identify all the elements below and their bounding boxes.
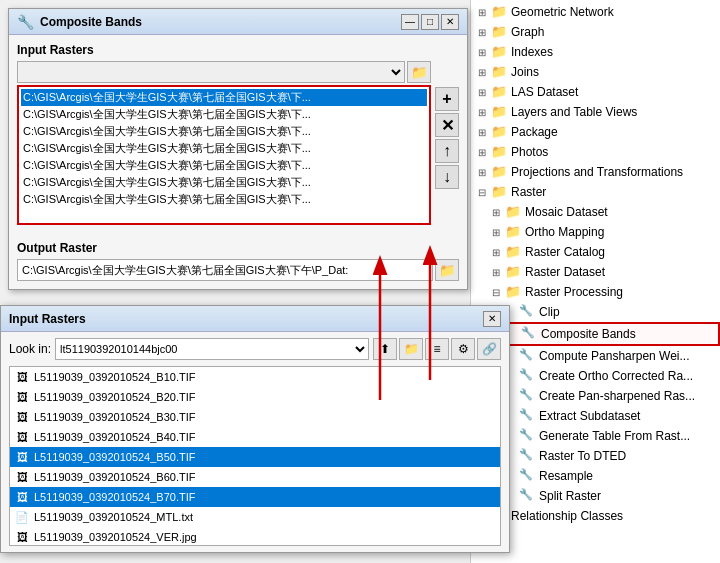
file-list-item[interactable]: 🖼L5119039_0392010524_B60.TIF [10, 467, 500, 487]
expand-icon: ⊞ [475, 65, 489, 79]
file-icon: 📄 [14, 509, 30, 525]
file-icon: 🖼 [14, 529, 30, 545]
tree-item-label: Compute Pansharpen Wei... [539, 349, 690, 363]
folder-icon: 📁 [491, 84, 507, 100]
file-list-item[interactable]: 🖼L5119039_0392010524_B10.TIF [10, 367, 500, 387]
raster-list-item[interactable]: C:\GIS\Arcgis\全国大学生GIS大赛\第七届全国GIS大赛\下... [21, 174, 427, 191]
file-icon: 🖼 [14, 469, 30, 485]
file-list-item[interactable]: 🖼L5119039_0392010524_B20.TIF [10, 387, 500, 407]
tree-item-label: Relationship Classes [511, 509, 623, 523]
expand-icon: ⊞ [475, 145, 489, 159]
tree-item-label: Geometric Network [511, 5, 614, 19]
tree-item-label: Indexes [511, 45, 553, 59]
move-down-button[interactable]: ↓ [435, 165, 459, 189]
folder-icon: 📁 [505, 204, 521, 220]
dialog-icon: 🔧 [17, 14, 34, 30]
tree-item-las-dataset[interactable]: ⊞📁LAS Dataset [471, 82, 720, 102]
nav-options-button[interactable]: ⚙ [451, 338, 475, 360]
expand-icon: ⊟ [475, 185, 489, 199]
file-list-item[interactable]: 🖼L5119039_0392010524_VER.jpg [10, 527, 500, 546]
tree-item-raster-processing[interactable]: ⊟📁Raster Processing [471, 282, 720, 302]
composite-bands-titlebar: 🔧 Composite Bands — □ ✕ [9, 9, 467, 35]
raster-list-item[interactable]: C:\GIS\Arcgis\全国大学生GIS大赛\第七届全国GIS大赛\下... [21, 106, 427, 123]
raster-list-item[interactable]: C:\GIS\Arcgis\全国大学生GIS大赛\第七届全国GIS大赛\下... [21, 123, 427, 140]
expand-icon: ⊞ [489, 225, 503, 239]
tree-item-graph[interactable]: ⊞📁Graph [471, 22, 720, 42]
output-raster-input[interactable]: C:\GIS\Arcgis\全国大学生GIS大赛\第七届全国GIS大赛\下午\P… [17, 259, 433, 281]
file-dialog: Input Rasters ✕ Look in: lt5119039201014… [0, 305, 510, 553]
input-rasters-select[interactable] [17, 61, 405, 83]
file-list-item[interactable]: 🖼L5119039_0392010524_B30.TIF [10, 407, 500, 427]
file-icon: 🖼 [14, 489, 30, 505]
input-rasters-label: Input Rasters [17, 43, 459, 57]
tree-item-joins[interactable]: ⊞📁Joins [471, 62, 720, 82]
tree-item-label: Package [511, 125, 558, 139]
raster-list-item[interactable]: C:\GIS\Arcgis\全国大学生GIS大赛\第七届全国GIS大赛\下... [21, 140, 427, 157]
tree-item-label: Split Raster [539, 489, 601, 503]
nav-extra-button[interactable]: 🔗 [477, 338, 501, 360]
file-dialog-title: Input Rasters [9, 312, 86, 326]
remove-button[interactable]: ✕ [435, 113, 459, 137]
nav-new-folder-button[interactable]: 📁 [399, 338, 423, 360]
tree-item-indexes[interactable]: ⊞📁Indexes [471, 42, 720, 62]
file-list-item[interactable]: 🖼L5119039_0392010524_B70.TIF [10, 487, 500, 507]
tree-item-mosaic-dataset[interactable]: ⊞📁Mosaic Dataset [471, 202, 720, 222]
move-up-button[interactable]: ↑ [435, 139, 459, 163]
file-list: 🖼L5119039_0392010524_B10.TIF🖼L5119039_03… [9, 366, 501, 546]
tool-icon: 🔧 [519, 408, 535, 424]
raster-list-item[interactable]: C:\GIS\Arcgis\全国大学生GIS大赛\第七届全国GIS大赛\下... [21, 191, 427, 208]
file-list-item[interactable]: 📄L5119039_0392010524_MTL.txt [10, 507, 500, 527]
look-in-select[interactable]: lt51190392010144bjc00 [55, 338, 369, 360]
expand-icon: ⊞ [489, 245, 503, 259]
tree-item-label: Extract Subdataset [539, 409, 640, 423]
raster-list: C:\GIS\Arcgis\全国大学生GIS大赛\第七届全国GIS大赛\下...… [19, 87, 429, 210]
output-browse-button[interactable]: 📁 [435, 259, 459, 281]
maximize-button[interactable]: □ [421, 14, 439, 30]
file-dialog-close-button[interactable]: ✕ [483, 311, 501, 327]
tree-item-label: Layers and Table Views [511, 105, 637, 119]
tree-item-layers-and-table-views[interactable]: ⊞📁Layers and Table Views [471, 102, 720, 122]
nav-view-button[interactable]: ≡ [425, 338, 449, 360]
browse-button[interactable]: 📁 [407, 61, 431, 83]
expand-icon: ⊞ [475, 165, 489, 179]
file-icon: 🖼 [14, 429, 30, 445]
file-list-item[interactable]: 🖼L5119039_0392010524_B50.TIF [10, 447, 500, 467]
tool-icon: 🔧 [519, 448, 535, 464]
file-name: L5119039_0392010524_VER.jpg [34, 531, 197, 543]
file-name: L5119039_0392010524_B10.TIF [34, 371, 195, 383]
tree-item-projections-and-transformations[interactable]: ⊞📁Projections and Transformations [471, 162, 720, 182]
folder-icon: 📁 [491, 104, 507, 120]
composite-bands-dialog: 🔧 Composite Bands — □ ✕ Input Rasters 📁 [8, 8, 468, 290]
expand-icon: ⊞ [475, 125, 489, 139]
tree-item-label: Generate Table From Rast... [539, 429, 690, 443]
tree-item-raster-catalog[interactable]: ⊞📁Raster Catalog [471, 242, 720, 262]
tree-item-label: Create Pan-sharpened Ras... [539, 389, 695, 403]
tree-item-geometric-network[interactable]: ⊞📁Geometric Network [471, 2, 720, 22]
tree-item-label: Projections and Transformations [511, 165, 683, 179]
tree-item-raster-dataset[interactable]: ⊞📁Raster Dataset [471, 262, 720, 282]
folder-icon: 📁 [491, 64, 507, 80]
tree-item-ortho-mapping[interactable]: ⊞📁Ortho Mapping [471, 222, 720, 242]
tree-item-photos[interactable]: ⊞📁Photos [471, 142, 720, 162]
tree-item-label: Photos [511, 145, 548, 159]
tree-item-package[interactable]: ⊞📁Package [471, 122, 720, 142]
raster-list-item[interactable]: C:\GIS\Arcgis\全国大学生GIS大赛\第七届全国GIS大赛\下... [21, 157, 427, 174]
tool-icon: 🔧 [519, 388, 535, 404]
folder-icon: 📁 [505, 264, 521, 280]
folder-icon: 📁 [491, 124, 507, 140]
tree-item-label: LAS Dataset [511, 85, 578, 99]
add-button[interactable]: + [435, 87, 459, 111]
file-icon: 🖼 [14, 389, 30, 405]
folder-icon: 📁 [491, 44, 507, 60]
file-list-item[interactable]: 🖼L5119039_0392010524_B40.TIF [10, 427, 500, 447]
expand-icon: ⊞ [475, 5, 489, 19]
close-button[interactable]: ✕ [441, 14, 459, 30]
minimize-button[interactable]: — [401, 14, 419, 30]
tree-item-raster[interactable]: ⊟📁Raster [471, 182, 720, 202]
raster-list-item[interactable]: C:\GIS\Arcgis\全国大学生GIS大赛\第七届全国GIS大赛\下... [21, 89, 427, 106]
nav-up-button[interactable]: ⬆ [373, 338, 397, 360]
file-name: L5119039_0392010524_MTL.txt [34, 511, 193, 523]
tree-item-label: Mosaic Dataset [525, 205, 608, 219]
tool-icon: 🔧 [519, 428, 535, 444]
file-icon: 🖼 [14, 449, 30, 465]
